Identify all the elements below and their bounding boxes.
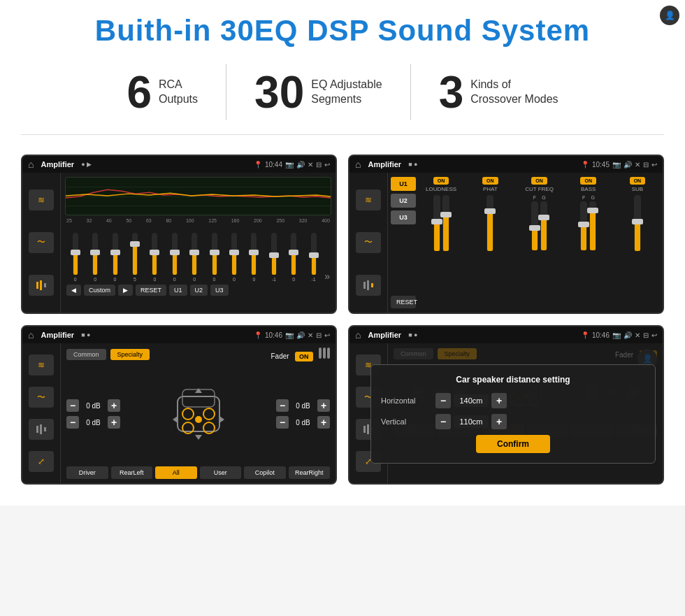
eq-icon-btn[interactable]: ≋ xyxy=(29,189,54,210)
home-icon-1[interactable]: ⌂ xyxy=(28,159,34,170)
wave-icon-btn-2[interactable]: 〜 xyxy=(356,232,381,253)
volume-icon-2: 🔊 xyxy=(623,161,632,169)
dialog-horizontal-row: Horizontal − 140cm + xyxy=(381,393,645,408)
cutfreq-track-1[interactable] xyxy=(531,201,538,250)
loudness-track-2[interactable] xyxy=(442,195,449,251)
custom-btn[interactable]: Custom xyxy=(84,285,115,296)
loudness-toggle[interactable]: ON xyxy=(433,177,449,185)
eq-icon-btn-3[interactable]: ≋ xyxy=(29,354,54,375)
vol-icon-btn-2[interactable] xyxy=(356,275,381,296)
windows-icon-2: ⊟ xyxy=(643,161,649,169)
distance-dialog: Car speaker distance setting Horizontal … xyxy=(370,364,656,464)
vol-rr: − 0 dB + xyxy=(276,416,330,429)
volume-icon-4: 🔊 xyxy=(623,331,632,339)
wave-icon-btn-3[interactable]: 〜 xyxy=(29,387,54,408)
cutfreq-track-2[interactable] xyxy=(540,201,547,250)
home-icon-2[interactable]: ⌂ xyxy=(355,159,361,170)
right-vol-col: − 0 dB + − 0 dB + xyxy=(272,366,330,462)
sub-toggle[interactable]: ON xyxy=(630,177,646,185)
fader-content: ≋ 〜 ⤢ Common Specialty xyxy=(22,343,336,483)
play-btn-eq[interactable]: ▶ xyxy=(118,285,133,296)
vol-icon-btn[interactable] xyxy=(29,275,54,296)
u1-btn[interactable]: U1 xyxy=(169,285,187,296)
all-btn[interactable]: All xyxy=(155,466,197,479)
rl-plus[interactable]: + xyxy=(108,416,120,429)
expand-btn-3[interactable]: ⤢ xyxy=(29,451,54,472)
left-vol-col: − 0 dB + − 0 dB + xyxy=(66,366,124,462)
fl-minus[interactable]: − xyxy=(66,399,79,412)
reset-btn-2[interactable]: RESET xyxy=(391,296,416,308)
preset-u1[interactable]: U1 xyxy=(391,177,416,191)
home-icon-4[interactable]: ⌂ xyxy=(355,329,361,341)
car-svg xyxy=(167,375,230,452)
eq-track-3[interactable] xyxy=(113,233,118,275)
fr-plus[interactable]: + xyxy=(317,399,330,412)
preset-u2[interactable]: U2 xyxy=(391,194,416,208)
preset-u3[interactable]: U3 xyxy=(391,210,416,224)
eq-track-12[interactable] xyxy=(291,233,296,275)
eq-track-2[interactable] xyxy=(92,233,98,275)
vertical-plus[interactable]: + xyxy=(491,414,507,429)
home-icon-3[interactable]: ⌂ xyxy=(28,329,34,341)
eq-track-9[interactable] xyxy=(231,233,237,275)
eq-track-7[interactable] xyxy=(192,233,197,275)
confirm-button[interactable]: Confirm xyxy=(476,435,550,453)
wave-icon-btn[interactable]: 〜 xyxy=(29,232,54,253)
eq-bottom-bar: ◀ Custom ▶ RESET U1 U2 U3 xyxy=(65,282,331,297)
u2-btn[interactable]: U2 xyxy=(190,285,208,296)
horizontal-minus[interactable]: − xyxy=(435,393,451,408)
eq-slider-2: 0 xyxy=(86,233,103,282)
driver-btn[interactable]: Driver xyxy=(66,466,108,479)
phat-toggle[interactable]: ON xyxy=(482,177,498,185)
u3-btn[interactable]: U3 xyxy=(210,285,229,296)
rr-plus[interactable]: + xyxy=(317,416,330,429)
svg-rect-21 xyxy=(367,424,369,434)
eq-track-8[interactable] xyxy=(212,233,217,275)
copilot-btn[interactable]: Copilot xyxy=(244,466,286,479)
user-btn[interactable]: User xyxy=(200,466,242,479)
reset-btn-1[interactable]: RESET xyxy=(136,285,166,296)
loudness-track-1[interactable] xyxy=(433,195,440,251)
dialog-vertical-row: Vertical − 110cm + xyxy=(381,414,645,429)
horizontal-plus[interactable]: + xyxy=(491,393,507,408)
rearright-btn[interactable]: RearRight xyxy=(289,466,331,479)
eq-track-4[interactable] xyxy=(132,233,138,275)
loudness-label: LOUDNESS xyxy=(426,186,456,192)
expand-icon[interactable]: » xyxy=(324,271,330,282)
rl-minus[interactable]: − xyxy=(66,416,79,429)
eq-track-13[interactable] xyxy=(311,233,317,275)
channel-cutfreq: ON CUT FREQ F xyxy=(517,177,561,308)
channel-sub: ON SUB xyxy=(615,177,660,308)
rr-minus[interactable]: − xyxy=(276,416,289,429)
rl-value: 0 dB xyxy=(81,419,106,427)
camera-icon-3: 📷 xyxy=(285,331,294,339)
fader-body: − 0 dB + − 0 dB + xyxy=(66,366,330,462)
bass-track-2[interactable] xyxy=(589,201,596,250)
app-title-2: Amplifier xyxy=(368,160,401,169)
cutfreq-toggle[interactable]: ON xyxy=(531,177,547,185)
fader-content-4: ≋ 〜 ⤢ Common Specialty xyxy=(349,343,663,483)
eq-track-1[interactable] xyxy=(73,233,78,275)
specialty-btn[interactable]: Specialty xyxy=(110,349,150,360)
eq-track-6[interactable] xyxy=(172,233,178,275)
eq-icon-btn-2[interactable]: ≋ xyxy=(356,189,381,210)
eq-track-5[interactable] xyxy=(152,233,157,275)
eq-track-11[interactable] xyxy=(271,233,277,275)
sub-label: SUB xyxy=(632,186,643,192)
left-controls-2: ≋ 〜 xyxy=(349,173,388,313)
vertical-minus[interactable]: − xyxy=(435,414,451,429)
feature-eq: 30 EQ Adjustable Segments xyxy=(226,70,410,115)
crossover-content: ≋ 〜 U1 U2 U3 RESET xyxy=(349,173,663,313)
common-btn[interactable]: Common xyxy=(66,349,106,360)
prev-btn[interactable]: ◀ xyxy=(66,285,81,296)
fr-minus[interactable]: − xyxy=(276,399,289,412)
bass-toggle[interactable]: ON xyxy=(580,177,596,185)
rearleft-btn[interactable]: RearLeft xyxy=(111,466,153,479)
vol-icon-btn-3[interactable] xyxy=(29,419,54,440)
location-icon-2: 📍 xyxy=(581,161,589,169)
eq-track-10[interactable] xyxy=(251,233,257,275)
phat-track[interactable] xyxy=(486,195,493,251)
sub-track[interactable] xyxy=(634,195,641,251)
bass-track-1[interactable] xyxy=(580,201,587,250)
fl-plus[interactable]: + xyxy=(108,399,120,412)
